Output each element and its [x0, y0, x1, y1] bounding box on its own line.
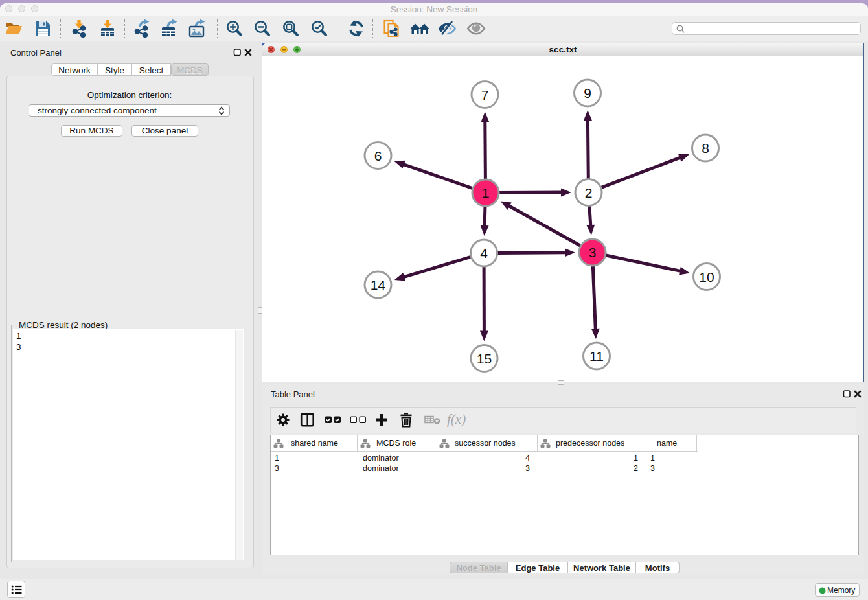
svg-text:1: 1 — [482, 185, 490, 200]
svg-text:8: 8 — [702, 141, 709, 156]
svg-text:4: 4 — [480, 246, 488, 260]
svg-text:7: 7 — [481, 87, 489, 102]
svg-text:9: 9 — [584, 86, 591, 100]
svg-text:14: 14 — [371, 277, 386, 292]
svg-text:11: 11 — [589, 349, 604, 363]
svg-text:15: 15 — [477, 351, 492, 366]
svg-text:10: 10 — [699, 270, 714, 284]
svg-text:6: 6 — [374, 148, 382, 163]
svg-text:2: 2 — [585, 185, 593, 200]
svg-text:3: 3 — [589, 245, 597, 260]
